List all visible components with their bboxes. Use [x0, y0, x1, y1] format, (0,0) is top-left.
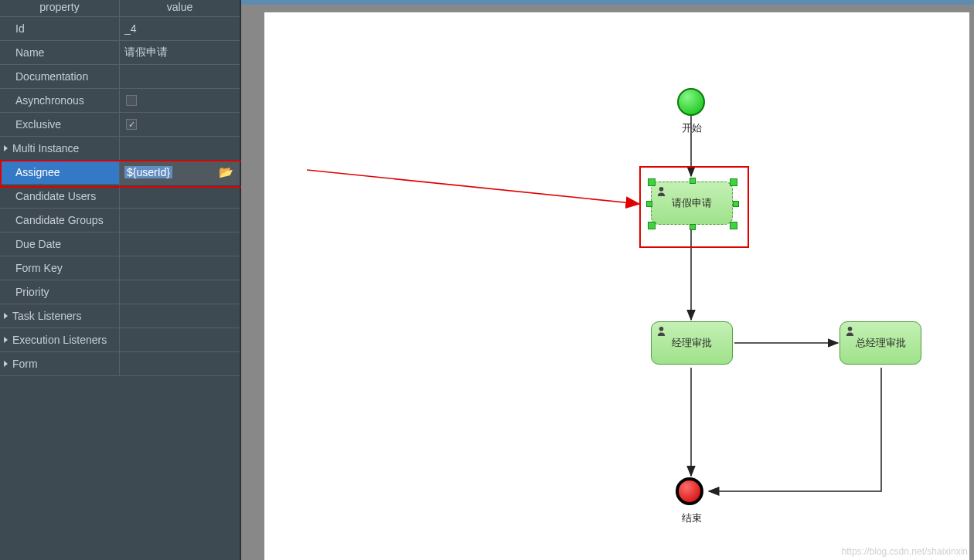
checkbox-unchecked-icon[interactable] [126, 95, 137, 106]
user-task-selected[interactable]: 请假申请 [651, 182, 733, 225]
property-label: Priority [0, 280, 120, 304]
expand-icon[interactable] [4, 313, 8, 319]
property-value[interactable]: _4 [120, 17, 240, 40]
resize-handle[interactable] [648, 178, 656, 186]
expand-icon[interactable] [4, 337, 8, 343]
property-label: Form [0, 352, 120, 375]
property-value[interactable] [120, 65, 240, 88]
diagram-canvas-outer: 开始 请假申请 经理审批 总经理审批 结束 https://bl [241, 0, 974, 560]
property-value[interactable] [120, 137, 240, 160]
property-row-task-listeners[interactable]: Task Listeners [0, 304, 240, 328]
property-row-priority[interactable]: Priority [0, 280, 240, 304]
property-label: Asynchronous [0, 89, 120, 112]
resize-handle[interactable] [690, 178, 696, 184]
property-row-asynchronous[interactable]: Asynchronous [0, 89, 240, 113]
property-row-id[interactable]: Id _4 [0, 17, 240, 41]
diagram-canvas[interactable]: 开始 请假申请 经理审批 总经理审批 结束 [264, 12, 969, 560]
property-value[interactable] [120, 328, 240, 351]
properties-header: property value [0, 0, 240, 17]
property-label: Task Listeners [0, 304, 120, 328]
property-row-candidate-groups[interactable]: Candidate Groups [0, 209, 240, 232]
property-row-candidate-users[interactable]: Candidate Users [0, 185, 240, 209]
property-row-form-key[interactable]: Form Key [0, 256, 240, 280]
property-value[interactable]: 请假申请 [120, 41, 240, 64]
sequence-flows [264, 12, 969, 560]
property-value[interactable] [120, 232, 240, 256]
property-value[interactable] [120, 256, 240, 280]
svg-point-6 [848, 327, 853, 331]
property-row-execution-listeners[interactable]: Execution Listeners [0, 328, 240, 352]
property-column-header: property [0, 0, 120, 16]
value-column-header: value [120, 0, 240, 16]
property-label: Form Key [0, 256, 120, 280]
resize-handle[interactable] [690, 224, 696, 230]
resize-handle[interactable] [730, 178, 737, 186]
property-row-exclusive[interactable]: Exclusive [0, 113, 240, 137]
checkbox-checked-icon[interactable] [126, 119, 137, 130]
user-icon [656, 325, 667, 337]
end-event-label: 结束 [682, 511, 702, 525]
svg-line-7 [307, 170, 639, 204]
property-label: Name [0, 41, 120, 64]
resize-handle[interactable] [646, 201, 652, 207]
start-event[interactable] [677, 88, 705, 116]
task-label: 经理审批 [672, 336, 712, 350]
property-row-due-date[interactable]: Due Date [0, 232, 240, 256]
svg-point-5 [659, 327, 664, 331]
resize-handle[interactable] [733, 201, 739, 207]
browse-folder-icon[interactable]: 📂 [219, 165, 233, 179]
end-event[interactable] [676, 477, 703, 505]
property-value[interactable] [120, 209, 240, 232]
property-value[interactable] [120, 89, 240, 112]
resize-handle[interactable] [730, 222, 737, 229]
property-label: Multi Instance [0, 137, 120, 160]
property-row-assignee[interactable]: Assignee ${userId}📂 [0, 161, 240, 185]
property-label: Documentation [0, 65, 120, 88]
property-row-multi-instance[interactable]: Multi Instance [0, 137, 240, 161]
property-label: Exclusive [0, 113, 120, 136]
property-label: Candidate Users [0, 185, 120, 208]
property-value[interactable] [120, 185, 240, 208]
property-value[interactable]: ${userId}📂 [120, 161, 240, 184]
resize-handle[interactable] [648, 222, 656, 229]
expand-icon[interactable] [4, 361, 8, 367]
property-label: Execution Listeners [0, 328, 120, 351]
property-label: Candidate Groups [0, 209, 120, 232]
property-label: Due Date [0, 232, 120, 256]
assignee-value-text[interactable]: ${userId} [124, 166, 172, 178]
svg-point-4 [659, 187, 664, 192]
start-event-label: 开始 [682, 121, 702, 135]
expand-icon[interactable] [4, 145, 8, 151]
property-row-name[interactable]: Name 请假申请 [0, 41, 240, 65]
property-label: Id [0, 17, 120, 40]
user-task[interactable]: 经理审批 [651, 321, 733, 365]
user-icon [844, 325, 856, 337]
user-task[interactable]: 总经理审批 [839, 321, 921, 365]
task-label: 请假申请 [672, 196, 712, 210]
property-value[interactable] [120, 113, 240, 136]
property-row-documentation[interactable]: Documentation [0, 65, 240, 89]
user-icon [656, 185, 667, 197]
properties-panel: property value Id _4 Name 请假申请 Documenta… [0, 0, 241, 560]
property-label: Assignee [0, 161, 120, 184]
property-row-form[interactable]: Form [0, 352, 240, 376]
watermark: https://blog.csdn.net/shaixinxin [842, 546, 968, 557]
annotation-arrow [307, 164, 647, 218]
property-value[interactable] [120, 304, 240, 328]
property-value[interactable] [120, 352, 240, 375]
property-value[interactable] [120, 280, 240, 304]
task-label: 总经理审批 [856, 336, 906, 350]
